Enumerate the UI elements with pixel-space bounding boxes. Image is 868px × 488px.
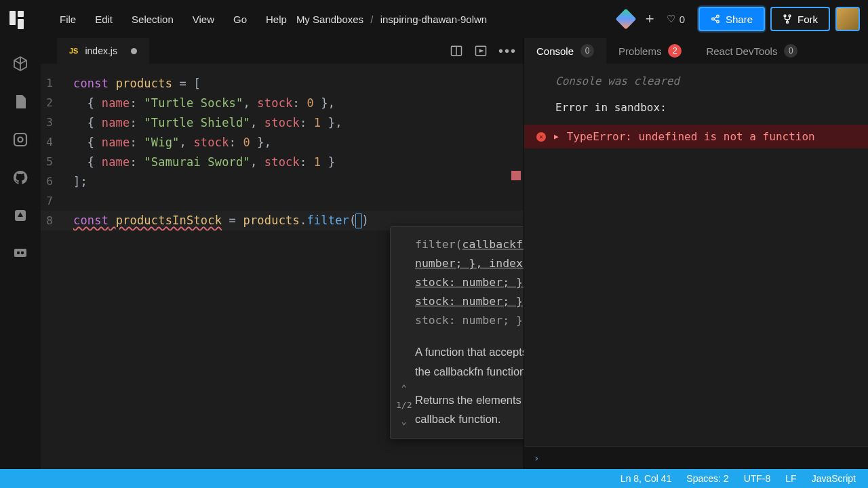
svg-point-5: [784, 15, 786, 17]
explorer-icon[interactable]: [11, 54, 30, 73]
menu-file[interactable]: File: [60, 14, 76, 25]
svg-point-0: [717, 15, 719, 18]
status-bar: Ln 8, Col 41 Spaces: 2 UTF-8 LF JavaScri…: [0, 469, 868, 488]
side-panel: Console 0 Problems 2 React DevTools 0 Co…: [524, 38, 868, 469]
status-spaces[interactable]: Spaces: 2: [686, 473, 728, 484]
editor-tabs: JS index.js •••: [41, 38, 524, 64]
svg-point-6: [789, 15, 791, 17]
breadcrumb-sep: /: [370, 14, 373, 25]
preview-icon[interactable]: [474, 44, 488, 58]
chevron-up-icon[interactable]: ⌃: [401, 381, 407, 396]
menu-go[interactable]: Go: [233, 14, 247, 25]
line-number: 6: [41, 175, 73, 188]
status-eol[interactable]: LF: [785, 473, 796, 484]
live-icon[interactable]: [11, 244, 30, 263]
editor-actions: •••: [450, 43, 517, 59]
console-error-label: Error in sandbox:: [524, 98, 868, 117]
line-number: 5: [41, 155, 73, 168]
line-number: 4: [41, 136, 73, 148]
tab-index-js[interactable]: JS index.js: [57, 38, 149, 64]
tab-react-devtools[interactable]: React DevTools 0: [694, 38, 810, 64]
header-actions: + ♡ 0: [618, 10, 685, 28]
menu-view[interactable]: View: [193, 14, 214, 25]
likes-counter[interactable]: ♡ 0: [667, 13, 685, 25]
tab-console[interactable]: Console 0: [524, 38, 606, 64]
error-icon: ✕: [536, 132, 546, 142]
console-output: Console was cleared Error in sandbox: ✕ …: [524, 64, 868, 446]
tab-problems[interactable]: Problems 2: [606, 38, 694, 64]
line-number: 8: [41, 214, 73, 227]
split-editor-icon[interactable]: [450, 44, 463, 58]
code-editor[interactable]: 1const products = [ 2 { name: "Turtle So…: [41, 64, 524, 469]
svg-rect-11: [14, 249, 26, 257]
fork-button[interactable]: Fork: [770, 7, 830, 31]
line-number: 3: [41, 116, 73, 129]
svg-rect-8: [14, 134, 26, 146]
react-badge: 0: [784, 44, 797, 58]
menu-selection[interactable]: Selection: [132, 14, 174, 25]
signature-text: filter(callbackfn: (value: { name: strin…: [415, 235, 524, 330]
problems-badge: 2: [668, 44, 682, 58]
new-sandbox-button[interactable]: +: [646, 10, 654, 28]
status-language[interactable]: JavaScript: [812, 473, 856, 484]
menu-edit[interactable]: Edit: [95, 14, 113, 25]
expand-triangle-icon[interactable]: ▶: [554, 132, 559, 141]
breadcrumb-name[interactable]: inspiring-dhawan-9olwn: [380, 14, 488, 25]
activity-bar: [0, 38, 41, 469]
menu-help[interactable]: Help: [266, 14, 287, 25]
fork-label: Fork: [797, 14, 818, 25]
file-icon[interactable]: [11, 92, 30, 111]
main-menu: File Edit Selection View Go Help: [60, 14, 287, 25]
line-number: 2: [41, 96, 73, 109]
line-number: 1: [41, 77, 73, 89]
share-label: Share: [726, 14, 753, 25]
share-icon: [711, 14, 720, 24]
svg-point-12: [17, 251, 20, 254]
github-icon[interactable]: [11, 168, 30, 187]
csb-diamond-icon[interactable]: [615, 8, 636, 29]
heart-icon: ♡: [667, 13, 675, 25]
signature-help-popup: filter(callbackfn: (value: { name: strin…: [390, 226, 524, 439]
breadcrumb: My Sandboxes / inspiring-dhawan-9olwn: [296, 14, 487, 25]
svg-point-13: [21, 251, 24, 254]
panel-tabs: Console 0 Problems 2 React DevTools 0: [524, 38, 868, 64]
status-encoding[interactable]: UTF-8: [744, 473, 771, 484]
signature-nav[interactable]: ⌃ 1/2 ⌄: [396, 381, 412, 428]
deploy-icon[interactable]: [11, 206, 30, 225]
js-badge-icon: JS: [69, 47, 78, 55]
console-badge: 0: [580, 44, 594, 58]
svg-point-7: [787, 21, 789, 23]
console-input[interactable]: ›: [524, 446, 868, 469]
prompt-chevron-icon: ›: [534, 453, 539, 464]
console-error-row[interactable]: ✕ ▶ TypeError: undefined is not a functi…: [524, 125, 868, 148]
svg-line-4: [714, 20, 717, 21]
signature-desc-1: A function that accepts up to three argu…: [415, 342, 524, 381]
breadcrumb-root[interactable]: My Sandboxes: [296, 14, 363, 25]
svg-point-2: [717, 20, 719, 23]
fork-icon: [783, 14, 792, 24]
line-number: 7: [41, 195, 73, 207]
user-avatar[interactable]: [835, 7, 860, 31]
titlebar: File Edit Selection View Go Help My Sand…: [0, 0, 868, 38]
chevron-down-icon[interactable]: ⌄: [401, 414, 407, 429]
svg-point-1: [712, 18, 715, 20]
tab-filename: index.js: [85, 45, 117, 56]
console-cleared-msg: Console was cleared: [524, 72, 868, 90]
error-message: TypeError: undefined is not a function: [567, 130, 815, 143]
signature-index: 1/2: [396, 398, 412, 413]
status-position[interactable]: Ln 8, Col 41: [620, 473, 672, 484]
likes-count: 0: [679, 14, 685, 25]
app-logo[interactable]: [8, 9, 27, 28]
svg-point-9: [18, 138, 23, 142]
more-icon[interactable]: •••: [498, 43, 517, 59]
share-button[interactable]: Share: [698, 7, 765, 31]
signature-desc-2: Returns the elements of an array that me…: [415, 390, 524, 429]
settings-icon[interactable]: [11, 130, 30, 149]
svg-line-3: [714, 17, 717, 18]
unsaved-dot-icon: [131, 48, 137, 54]
